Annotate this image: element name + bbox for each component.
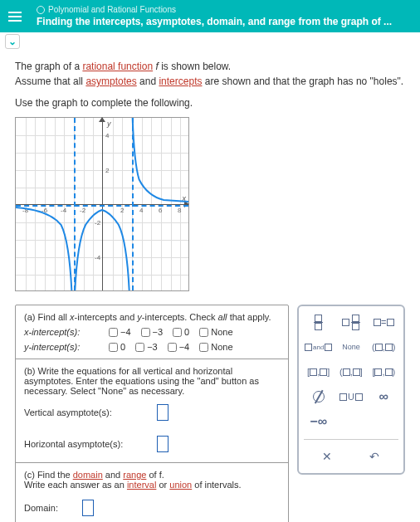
- pal-open-open[interactable]: (,): [369, 338, 398, 356]
- link-range[interactable]: range: [123, 470, 146, 480]
- part-b: (b) Write the equations for all vertical…: [16, 359, 288, 463]
- graph-plot: -8 -6 -4 -2 2 4 6 8 2 4 -2 -4 x y: [15, 117, 189, 291]
- chevron-down-icon[interactable]: ⌄: [5, 34, 20, 49]
- pal-clear-icon[interactable]: ✕: [315, 446, 339, 466]
- pal-union[interactable]: U: [336, 388, 365, 406]
- link-asymptotes[interactable]: asymptotes: [85, 76, 136, 87]
- pal-closed-open[interactable]: [,): [369, 363, 398, 381]
- page-title: Finding the intercepts, asymptotes, doma…: [37, 16, 412, 27]
- pal-none[interactable]: None: [336, 338, 365, 356]
- circle-icon: [37, 6, 45, 14]
- y-opt-0[interactable]: 0: [109, 342, 125, 352]
- pal-neg-infinity[interactable]: −∞: [304, 412, 333, 431]
- y-opt-neg3[interactable]: −3: [135, 342, 158, 352]
- breadcrumb: Polynomial and Rational Functions: [37, 5, 412, 14]
- pal-open-closed[interactable]: (,]: [336, 363, 365, 381]
- vertical-asymptote-label: Vertical asymptote(s):: [24, 407, 149, 417]
- horizontal-asymptote-label: Horizontal asymptote(s):: [24, 439, 149, 449]
- pal-empty-set[interactable]: [304, 388, 333, 406]
- domain-label: Domain:: [24, 503, 74, 513]
- horizontal-asymptote-input[interactable]: [157, 436, 168, 452]
- domain-input[interactable]: [82, 500, 94, 516]
- vertical-asymptote-input[interactable]: [157, 404, 168, 421]
- y-opt-neg4[interactable]: −4: [168, 342, 190, 352]
- pal-fraction[interactable]: [304, 313, 333, 331]
- link-intercepts[interactable]: intercepts: [159, 76, 202, 87]
- link-interval[interactable]: interval: [127, 480, 156, 490]
- pal-infinity[interactable]: ∞: [369, 388, 398, 406]
- pal-closed-closed[interactable]: [,]: [304, 363, 333, 381]
- x-opt-0[interactable]: 0: [173, 327, 189, 337]
- x-intercept-label: x-intercept(s):: [24, 327, 99, 337]
- pal-undo-icon[interactable]: ↶: [363, 446, 386, 466]
- question-panel: (a) Find all x-intercepts and y-intercep…: [15, 305, 289, 522]
- pal-mixed-fraction[interactable]: [336, 313, 365, 331]
- x-opt-none[interactable]: None: [199, 327, 232, 337]
- link-rational-function[interactable]: rational function: [82, 61, 153, 72]
- menu-icon[interactable]: [8, 12, 28, 22]
- y-opt-none[interactable]: None: [199, 342, 232, 352]
- function-curve: [16, 118, 188, 290]
- instruction-text: Use the graph to complete the following.: [15, 97, 405, 109]
- intro-text: The graph of a rational function f f is …: [15, 59, 405, 89]
- y-intercept-label: y-intercept(s):: [24, 342, 99, 352]
- pal-and[interactable]: and: [304, 338, 333, 356]
- symbol-palette: = and None (,) [,] (,] [,) U ∞ −∞ ✕ ↶: [297, 305, 405, 475]
- link-union[interactable]: union: [169, 480, 192, 490]
- part-c: (c) Find the domain and range of f. Writ…: [16, 463, 288, 522]
- app-header: Polynomial and Rational Functions Findin…: [0, 0, 420, 32]
- link-domain[interactable]: domain: [73, 470, 103, 480]
- part-a: (a) Find all x-intercepts and y-intercep…: [16, 305, 288, 359]
- x-opt-neg4[interactable]: −4: [109, 327, 131, 337]
- x-opt-neg3[interactable]: −3: [141, 327, 164, 337]
- pal-equals[interactable]: =: [369, 313, 398, 331]
